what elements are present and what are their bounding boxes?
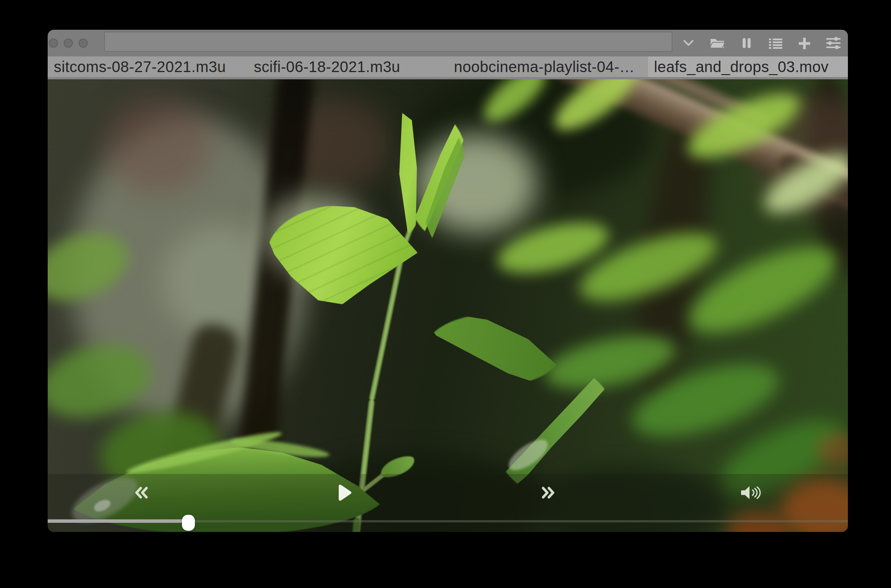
progress-handle[interactable] xyxy=(182,515,195,531)
tab-label: sitcoms-08-27-2021.m3u xyxy=(54,58,242,76)
tab-current-video[interactable]: leafs_and_drops_03.mov xyxy=(648,56,848,77)
desktop-background: { "window": { "traffic_lights": [ {"name… xyxy=(0,0,891,588)
tab-bar: sitcoms-08-27-2021.m3u scifi-06-18-2021.… xyxy=(48,56,848,77)
add-icon[interactable] xyxy=(796,35,813,51)
title-bar xyxy=(48,30,848,56)
pause-icon[interactable] xyxy=(738,35,755,51)
playlist-icon[interactable] xyxy=(767,35,784,51)
open-folder-icon[interactable] xyxy=(709,35,726,51)
video-canvas[interactable] xyxy=(48,79,848,532)
chevron-down-icon[interactable] xyxy=(680,35,697,51)
zoom-button[interactable] xyxy=(79,39,88,48)
play-icon[interactable] xyxy=(328,479,362,506)
toolbar xyxy=(680,30,842,56)
progress-played[interactable] xyxy=(48,519,188,523)
tab-label: scifi-06-18-2021.m3u xyxy=(254,58,442,76)
media-player-window: sitcoms-08-27-2021.m3u scifi-06-18-2021.… xyxy=(48,30,848,532)
traffic-lights xyxy=(49,30,88,56)
video-scene xyxy=(48,79,848,532)
foliage-blob xyxy=(105,95,212,194)
skip-back-icon[interactable] xyxy=(125,479,159,506)
tab-label: leafs_and_drops_03.mov xyxy=(654,58,842,76)
tab-label: noobcinema-playlist-04-12-202… xyxy=(454,58,642,76)
tab-playlist-2[interactable]: scifi-06-18-2021.m3u xyxy=(248,56,448,77)
tab-playlist-1[interactable]: sitcoms-08-27-2021.m3u xyxy=(48,56,248,77)
close-button[interactable] xyxy=(49,39,58,48)
minimize-button[interactable] xyxy=(64,39,73,48)
filter-sliders-icon[interactable] xyxy=(825,35,842,51)
plant-leaf xyxy=(425,314,563,386)
volume-icon[interactable] xyxy=(733,479,768,506)
tab-playlist-3[interactable]: noobcinema-playlist-04-12-202… xyxy=(448,56,648,77)
controls-scrim xyxy=(48,474,848,532)
skip-forward-icon[interactable] xyxy=(531,479,565,506)
title-bar-field[interactable] xyxy=(104,32,672,52)
